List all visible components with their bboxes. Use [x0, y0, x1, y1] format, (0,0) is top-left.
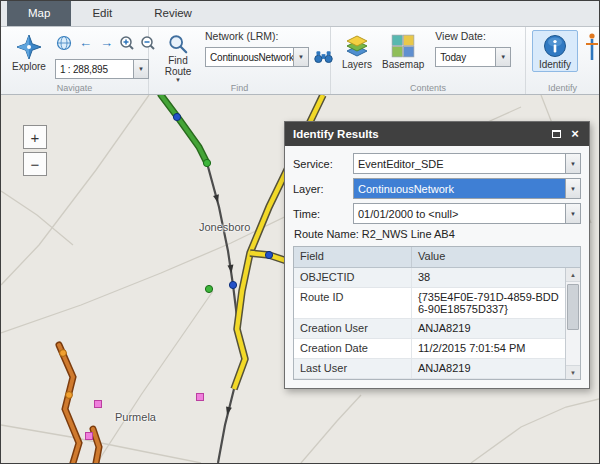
route-line-dark-b[interactable] [218, 389, 234, 463]
dropdown-arrow-icon[interactable]: ▼ [565, 204, 580, 223]
table-row[interactable]: Creation Date 11/2/2015 7:01:54 PM [294, 339, 565, 359]
network-combobox[interactable]: ContinuousNetwork ▼ [205, 47, 309, 67]
back-extent-button[interactable]: ← [76, 33, 95, 52]
maximize-button[interactable] [548, 126, 564, 142]
panel-title: Identify Results [293, 128, 379, 140]
table-row[interactable]: OBJECTID 38 [294, 268, 565, 288]
tab-edit[interactable]: Edit [71, 1, 133, 26]
route-name-text: Route Name: R2_NWS Line AB4 [294, 228, 581, 240]
time-combobox[interactable]: 01/01/2000 to <null> ▼ [353, 203, 581, 224]
panel-title-bar[interactable]: Identify Results × [285, 122, 589, 146]
route-line-orange-casing [59, 345, 79, 463]
value-cell: ANJA8219 [412, 359, 565, 378]
basemap-button[interactable]: Basemap [377, 30, 429, 72]
scroll-down-button[interactable]: ▼ [566, 365, 580, 379]
layers-icon [345, 34, 369, 58]
place-label-purmela: Purmela [115, 411, 156, 423]
dropdown-arrow-icon[interactable]: ▼ [495, 48, 510, 66]
table-header-field: Field [294, 247, 412, 267]
maximize-icon [552, 130, 561, 138]
point-event-orange[interactable] [66, 392, 73, 399]
view-date-combobox[interactable]: Today ▼ [435, 47, 511, 67]
contents-group-label: Contents [331, 83, 525, 93]
tab-review[interactable]: Review [133, 1, 213, 26]
layer-value: ContinuousNetwork [354, 179, 565, 198]
table-row[interactable]: Route ID {735E4F0E-791D-4859-BDD6-90E185… [294, 288, 565, 319]
view-date-label: View Date: [435, 30, 511, 43]
layers-button[interactable]: Layers [337, 30, 377, 72]
route-line-green[interactable] [161, 95, 207, 163]
tab-map[interactable]: Map [7, 1, 71, 26]
table-scrollbar[interactable]: ▲ ▼ [565, 268, 580, 379]
find-route-icon [168, 34, 188, 54]
view-date-value: Today [436, 48, 495, 66]
point-event-blue[interactable] [173, 113, 180, 120]
close-icon: × [571, 128, 579, 140]
dropdown-arrow-icon[interactable]: ▼ [565, 154, 580, 173]
point-event-pink[interactable] [86, 433, 93, 440]
layer-combobox[interactable]: ContinuousNetwork ▼ [353, 178, 581, 199]
explore-icon [16, 34, 42, 60]
point-event-green[interactable] [203, 159, 210, 166]
point-event-pink[interactable] [197, 394, 204, 401]
find-route-button[interactable]: Find Route ▼ [155, 30, 201, 85]
dropdown-arrow-icon[interactable]: ▼ [565, 179, 580, 198]
ribbon: Explore ← [1, 27, 599, 95]
point-event-blue[interactable] [229, 281, 236, 288]
event-editor-window: Map Edit Review Explore [0, 0, 600, 464]
forward-extent-button[interactable]: → [97, 33, 116, 52]
point-event-green[interactable] [205, 285, 212, 292]
table-row[interactable]: Last User ANJA8219 [294, 359, 565, 379]
table-row[interactable]: Creation User ANJA8219 [294, 319, 565, 339]
point-event-orange[interactable] [60, 350, 67, 357]
place-label-jonesboro: Jonesboro [199, 221, 250, 233]
point-event-pink[interactable] [95, 401, 102, 408]
explore-label: Explore [12, 61, 46, 72]
time-label: Time: [293, 208, 353, 220]
forward-arrow-icon: → [100, 35, 113, 50]
results-table: Field Value OBJECTID 38 Route ID {735E4F… [293, 246, 581, 380]
binoculars-icon [314, 50, 333, 64]
globe-icon [56, 35, 72, 51]
scale-value: 1 : 288,895 [56, 60, 133, 78]
field-cell: OBJECTID [294, 268, 412, 287]
network-lrm-label: Network (LRM): [205, 30, 334, 43]
find-group: Find Route ▼ Network (LRM): ContinuousNe… [149, 27, 331, 94]
zoom-in-button[interactable] [118, 33, 137, 52]
contents-group: Layers Basemap View Date: Today ▼ [331, 27, 526, 94]
route-line-dark-a[interactable] [207, 163, 237, 335]
scroll-up-button[interactable]: ▲ [566, 268, 580, 282]
point-event-blue[interactable] [265, 251, 272, 258]
layers-label: Layers [342, 59, 372, 70]
field-cell: Creation User [294, 319, 412, 338]
value-cell: 38 [412, 268, 565, 287]
zoom-initial-extent-button[interactable] [55, 33, 74, 52]
map-zoom-control: + − [23, 125, 47, 176]
dropdown-arrow-icon[interactable]: ▼ [133, 60, 148, 78]
identify-button[interactable]: Identify [532, 30, 578, 72]
explore-button[interactable]: Explore [7, 30, 51, 79]
value-cell: ANJA8219 [412, 319, 565, 338]
hatch-tool-icon [585, 32, 599, 64]
zoom-in-icon [119, 35, 135, 51]
map-zoom-in-button[interactable]: + [23, 125, 47, 149]
dropdown-arrow-icon[interactable]: ▼ [293, 48, 308, 66]
navigate-group: Explore ← [1, 27, 149, 94]
panel-body: Service: EventEditor_SDE ▼ Layer: Contin… [285, 146, 589, 384]
value-cell: {735E4F0E-791D-4859-BDD6-90E18575D337} [412, 288, 565, 318]
layer-label: Layer: [293, 183, 353, 195]
service-label: Service: [293, 158, 353, 170]
basemap-icon [391, 34, 415, 58]
value-cell: 11/2/2015 7:01:54 PM [412, 339, 565, 358]
map-zoom-out-button[interactable]: − [23, 152, 47, 176]
close-button[interactable]: × [567, 126, 583, 142]
back-arrow-icon: ← [79, 35, 92, 50]
service-combobox[interactable]: EventEditor_SDE ▼ [353, 153, 581, 174]
map-view[interactable]: Jonesboro Purmela + − Identify Results ×… [1, 95, 599, 463]
scroll-thumb[interactable] [567, 284, 579, 330]
hatch-tool-button[interactable] [585, 32, 599, 68]
identify-icon [543, 34, 567, 58]
service-value: EventEditor_SDE [354, 154, 565, 173]
table-header-row: Field Value [294, 247, 580, 268]
scale-combobox[interactable]: 1 : 288,895 ▼ [55, 59, 149, 79]
